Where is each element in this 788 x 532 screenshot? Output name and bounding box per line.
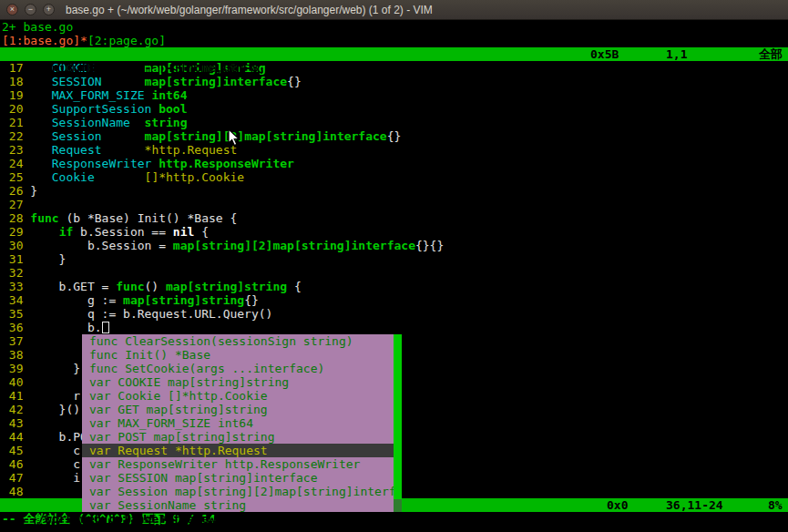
completion-item[interactable]: var COOKIE map[string]string bbox=[82, 375, 394, 389]
line-number: 46 bbox=[2, 457, 30, 471]
status-position: 36,11-24 bbox=[666, 498, 723, 512]
buffer-tab-page-go[interactable]: [2:page.go] bbox=[87, 34, 166, 47]
line-number: 28 bbox=[2, 211, 30, 225]
code-line-27[interactable]: 27 bbox=[0, 198, 788, 211]
terminal: 2+ base.go [1:base.go]*[2:page.go] -Mini… bbox=[0, 20, 788, 532]
line-number: 25 bbox=[2, 170, 30, 184]
line-number: 42 bbox=[2, 403, 30, 416]
code-line-26[interactable]: 26 } bbox=[0, 184, 788, 198]
minibuf-status-position: 1,1 bbox=[666, 47, 687, 61]
code-line-30[interactable]: 30 b.Session = map[string][2]map[string]… bbox=[0, 239, 788, 252]
minibufexplorer-statusline[interactable]: -MiniBufExplorer- [-][none,utf-8,unix] 0… bbox=[0, 47, 788, 61]
completion-popup-items: func ClearSession(sessionSign string)fun… bbox=[82, 334, 402, 512]
code-line-25[interactable]: 25 Cookie []*http.Cookie bbox=[0, 170, 788, 184]
status-scroll: 8% bbox=[768, 498, 783, 512]
insert-cursor bbox=[102, 322, 109, 333]
line-number: 27 bbox=[2, 198, 30, 211]
completion-item[interactable]: func Init() *Base bbox=[82, 348, 394, 362]
minibuf-status-scroll: 全部 bbox=[759, 47, 783, 61]
minimize-button[interactable]: − bbox=[25, 4, 36, 15]
line-number: 39 bbox=[2, 362, 30, 375]
line-number: 23 bbox=[2, 143, 30, 157]
completion-item[interactable]: var POST map[string]string bbox=[82, 430, 394, 444]
code-line-33[interactable]: 33 b.GET = func() map[string]string { bbox=[0, 280, 788, 293]
minibuf-status-text: -MiniBufExplorer- [-][none,utf-8,unix] bbox=[30, 61, 301, 75]
code-line-31[interactable]: 31 } bbox=[0, 252, 788, 266]
line-number: 47 bbox=[2, 471, 30, 485]
line-number: 40 bbox=[2, 375, 30, 389]
line-number: 29 bbox=[2, 225, 30, 239]
completion-scrollbar[interactable] bbox=[394, 334, 402, 512]
code-line-23[interactable]: 23 Request *http.Request bbox=[0, 143, 788, 157]
buffer-list-line[interactable]: 2+ base.go bbox=[0, 20, 788, 34]
code-line-32[interactable]: 32 bbox=[0, 266, 788, 280]
buffer-tab-base-go[interactable]: [1:base.go]* bbox=[2, 34, 87, 47]
window-title: base.go + (~/work/web/golanger/framework… bbox=[66, 4, 433, 16]
line-number: 30 bbox=[2, 239, 30, 252]
line-number: 22 bbox=[2, 129, 30, 143]
completion-item[interactable]: var SessionName string bbox=[82, 498, 394, 512]
line-number: 38 bbox=[2, 348, 30, 362]
code-line-29[interactable]: 29 if b.Session == nil { bbox=[0, 225, 788, 239]
line-number: 48 bbox=[2, 485, 30, 498]
completion-item[interactable]: func ClearSession(sessionSign string) bbox=[82, 334, 394, 348]
line-number: 34 bbox=[2, 293, 30, 307]
completion-item[interactable]: var GET map[string]string bbox=[82, 403, 394, 416]
completion-item-selected[interactable]: var Request *http.Request bbox=[82, 444, 394, 457]
completion-item[interactable]: func SetCookie(args ...interface) bbox=[82, 362, 394, 375]
line-number: 26 bbox=[2, 184, 30, 198]
buffer-tabline: [1:base.go]*[2:page.go] bbox=[0, 34, 788, 47]
line-number: 45 bbox=[2, 444, 30, 457]
code-line-19[interactable]: 19 MAX_FORM_SIZE int64 bbox=[0, 88, 788, 102]
status-hex: 0x0 bbox=[607, 498, 628, 512]
code-line-34[interactable]: 34 g := map[string]string{} bbox=[0, 293, 788, 307]
completion-item[interactable]: var Session map[string][2]map[string]int… bbox=[82, 485, 394, 498]
code-line-21[interactable]: 21 SessionName string bbox=[0, 116, 788, 129]
line-number: 37 bbox=[2, 334, 30, 348]
code-line-24[interactable]: 24 ResponseWriter http.ResponseWriter bbox=[0, 157, 788, 170]
line-number: 35 bbox=[2, 307, 30, 321]
code-line-18[interactable]: 18 SESSION map[string]interface{} bbox=[0, 75, 788, 88]
window-titlebar: × − + base.go + (~/work/web/golanger/fra… bbox=[0, 0, 788, 20]
code-line-28[interactable]: 28 func (b *Base) Init() *Base { bbox=[0, 211, 788, 225]
mouse-cursor bbox=[228, 128, 240, 147]
completion-item[interactable]: var Cookie []*http.Cookie bbox=[82, 389, 394, 403]
line-number: 43 bbox=[2, 416, 30, 430]
completion-item[interactable]: var SESSION map[string]interface bbox=[82, 471, 394, 485]
completion-item[interactable]: var MAX_FORM_SIZE int64 bbox=[82, 416, 394, 430]
line-number: 44 bbox=[2, 430, 30, 444]
completion-scrollbar-thumb[interactable] bbox=[394, 334, 402, 499]
maximize-button[interactable]: + bbox=[43, 4, 55, 15]
screen: { "window": { "title": "base.go + (~/wor… bbox=[0, 0, 788, 532]
code-line-20[interactable]: 20 SupportSession bool bbox=[0, 102, 788, 116]
close-button[interactable]: × bbox=[6, 4, 18, 15]
completion-popup: func ClearSession(sessionSign string)fun… bbox=[82, 334, 402, 512]
status-file: ~/work/web/golanger/framework/src/golang… bbox=[30, 512, 529, 526]
code-line-36[interactable]: 36 b. bbox=[0, 321, 788, 334]
line-number: 31 bbox=[2, 252, 30, 266]
completion-item[interactable]: var ResponseWriter http.ResponseWriter bbox=[82, 457, 394, 471]
line-number: 41 bbox=[2, 389, 30, 403]
code-line-35[interactable]: 35 q := b.Request.URL.Query() bbox=[0, 307, 788, 321]
line-number: 32 bbox=[2, 266, 30, 280]
line-number: 24 bbox=[2, 157, 30, 170]
line-number: 36 bbox=[2, 321, 30, 334]
code-line-22[interactable]: 22 Session map[string][2]map[string]inte… bbox=[0, 129, 788, 143]
minibuf-status-hex: 0x5B bbox=[590, 47, 619, 61]
line-number: 33 bbox=[2, 280, 30, 293]
